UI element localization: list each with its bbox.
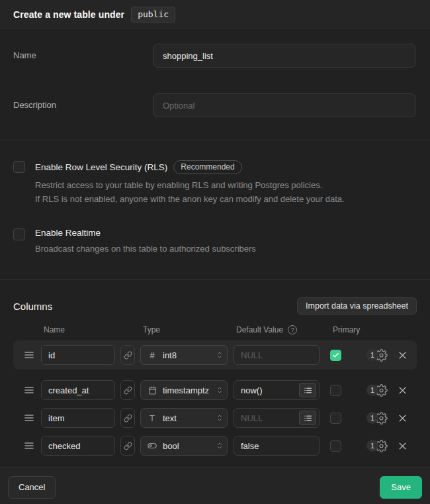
link-icon	[124, 351, 132, 360]
rls-recommended-badge: Recommended	[173, 160, 241, 174]
rls-block: Enable Row Level Security (RLS) Recommen…	[13, 160, 415, 207]
remove-column-button[interactable]	[396, 413, 409, 423]
realtime-checkbox[interactable]	[13, 228, 25, 240]
hash-icon: #	[147, 350, 157, 360]
column-row: T text 1	[13, 407, 417, 428]
column-default-input[interactable]	[234, 345, 320, 365]
table-name-input[interactable]	[153, 44, 415, 68]
link-icon	[124, 414, 132, 423]
schema-badge: public	[131, 7, 175, 23]
dialog-title: Create a new table under	[13, 9, 124, 20]
header-default-value: Default Value	[236, 325, 283, 334]
primary-checkbox[interactable]	[330, 350, 341, 361]
primary-checkbox[interactable]	[330, 413, 341, 424]
rls-description: Restrict access to your table by enablin…	[35, 179, 345, 207]
chevrons-updown-icon	[216, 441, 224, 450]
drag-handle-icon[interactable]	[21, 386, 37, 394]
column-name-input[interactable]	[41, 380, 115, 400]
rls-label: Enable Row Level Security (RLS)	[35, 162, 167, 172]
column-type-select[interactable]: timestamptz	[140, 380, 228, 400]
table-description-input[interactable]	[153, 93, 415, 117]
foreign-key-button[interactable]	[120, 408, 135, 428]
column-settings-button[interactable]: 1	[366, 440, 388, 452]
remove-column-button[interactable]	[396, 385, 409, 395]
remove-column-button[interactable]	[396, 441, 409, 451]
link-icon	[124, 386, 132, 395]
foreign-key-button[interactable]	[120, 345, 135, 365]
default-suggestion-button[interactable]	[299, 411, 316, 425]
import-spreadsheet-button[interactable]: Import data via spreadsheet	[297, 297, 417, 315]
chevrons-updown-icon	[216, 385, 224, 395]
table-info-section: Name Description	[0, 29, 430, 140]
link-icon	[124, 442, 132, 450]
realtime-block: Enable Realtime Broadcast changes on thi…	[13, 228, 415, 256]
column-default-input[interactable]	[234, 436, 320, 456]
column-settings-button[interactable]: 1	[366, 349, 388, 362]
table-options-section: Enable Row Level Security (RLS) Recommen…	[0, 140, 430, 280]
column-type-select[interactable]: # int8	[140, 345, 228, 365]
column-settings-button[interactable]: 1	[366, 384, 388, 397]
drag-handle-icon[interactable]	[21, 414, 37, 422]
header-primary: Primary	[330, 325, 360, 334]
description-row: Description	[13, 93, 415, 117]
drag-handle-icon[interactable]	[21, 351, 37, 359]
primary-checkbox[interactable]	[330, 385, 341, 396]
column-name-input[interactable]	[41, 436, 115, 456]
close-icon	[398, 413, 408, 423]
column-name-input[interactable]	[41, 408, 115, 428]
description-label: Description	[13, 93, 153, 117]
close-icon	[398, 350, 408, 360]
foreign-key-button[interactable]	[120, 436, 135, 456]
primary-checkbox[interactable]	[330, 440, 341, 452]
chevrons-updown-icon	[216, 413, 224, 423]
foreign-key-button[interactable]	[120, 380, 135, 400]
chevrons-updown-icon	[216, 350, 224, 360]
toggle-icon	[147, 441, 157, 450]
cancel-button[interactable]: Cancel	[8, 476, 56, 499]
rls-checkbox[interactable]	[13, 161, 25, 173]
realtime-label: Enable Realtime	[35, 228, 101, 238]
realtime-description: Broadcast changes on this table to autho…	[35, 242, 256, 256]
header-type: Type	[140, 325, 228, 334]
list-suggestion-icon	[304, 386, 312, 395]
drag-handle-icon[interactable]	[21, 442, 37, 450]
column-row: # int8 1	[13, 340, 417, 370]
column-row: timestamptz 1	[13, 379, 417, 401]
column-name-input[interactable]	[41, 345, 115, 365]
close-icon	[398, 385, 408, 395]
dialog-header: Create a new table under public	[0, 0, 430, 29]
save-button[interactable]: Save	[380, 476, 422, 499]
calendar-icon	[147, 386, 157, 395]
name-row: Name	[13, 44, 415, 68]
column-settings-button[interactable]: 1	[366, 412, 388, 425]
dialog-footer: Cancel Save	[0, 467, 430, 504]
name-label: Name	[13, 44, 153, 68]
remove-column-button[interactable]	[396, 350, 409, 360]
column-row: bool 1	[13, 435, 417, 456]
column-type-select[interactable]: T text	[140, 408, 228, 428]
create-table-dialog: Create a new table under public Name Des…	[0, 0, 430, 504]
header-name: Name	[41, 325, 115, 334]
close-icon	[398, 441, 408, 451]
columns-section: Columns Import data via spreadsheet Name…	[0, 280, 430, 467]
columns-grid-headers: Name Type Default Value ? Primary	[13, 325, 417, 334]
list-suggestion-icon	[304, 414, 312, 423]
default-suggestion-button[interactable]	[299, 383, 316, 397]
column-type-select[interactable]: bool	[140, 436, 228, 456]
columns-title: Columns	[13, 301, 52, 312]
help-icon[interactable]: ?	[288, 325, 297, 334]
text-icon: T	[147, 413, 157, 423]
check-icon	[332, 352, 339, 359]
